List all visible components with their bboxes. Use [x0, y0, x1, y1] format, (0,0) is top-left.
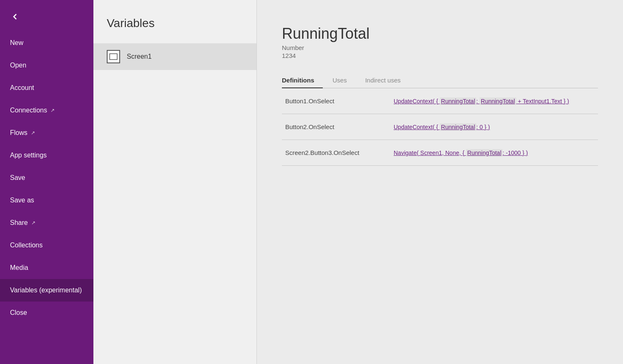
- sidebar: NewOpenAccountConnections↗Flows↗App sett…: [0, 0, 93, 364]
- variable-header: RunningTotal Number 1234: [282, 25, 598, 59]
- tab-uses[interactable]: Uses: [333, 72, 355, 88]
- sidebar-item-app-settings[interactable]: App settings: [0, 144, 93, 167]
- definition-row: Button1.OnSelectUpdateContext( { Running…: [282, 88, 598, 114]
- definition-formula[interactable]: UpdateContext( { RunningTotal: 0 } ): [394, 124, 595, 130]
- sidebar-item-open[interactable]: Open: [0, 54, 93, 77]
- definition-row: Screen2.Button3.OnSelectNavigate( Screen…: [282, 140, 598, 166]
- sidebar-item-close[interactable]: Close: [0, 302, 93, 324]
- definition-formula[interactable]: UpdateContext( { RunningTotal: RunningTo…: [394, 98, 595, 105]
- panel-header: Variables: [93, 0, 256, 40]
- main-content: RunningTotal Number 1234 DefinitionsUses…: [257, 0, 623, 364]
- definition-name: Button2.OnSelect: [285, 123, 377, 130]
- sidebar-item-save-as[interactable]: Save as: [0, 189, 93, 212]
- tabs: DefinitionsUsesIndirect uses: [282, 72, 598, 88]
- variable-value: 1234: [282, 52, 598, 59]
- sidebar-item-flows[interactable]: Flows↗: [0, 122, 93, 144]
- formula-highlight: RunningTotal: [466, 149, 503, 157]
- external-link-icon: ↗: [31, 220, 35, 226]
- back-icon: [10, 12, 20, 22]
- sidebar-item-media[interactable]: Media: [0, 257, 93, 279]
- screen-icon: [107, 50, 120, 63]
- sidebar-item-collections[interactable]: Collections: [0, 234, 93, 257]
- definition-row: Button2.OnSelectUpdateContext( { Running…: [282, 114, 598, 140]
- tab-indirect-uses[interactable]: Indirect uses: [365, 72, 409, 88]
- variable-name: RunningTotal: [282, 25, 598, 42]
- sidebar-item-share[interactable]: Share↗: [0, 212, 93, 234]
- sidebar-item-new[interactable]: New: [0, 32, 93, 54]
- formula-highlight: RunningTotal: [440, 123, 477, 131]
- sidebar-nav: NewOpenAccountConnections↗Flows↗App sett…: [0, 32, 93, 364]
- definition-name: Button1.OnSelect: [285, 97, 377, 105]
- variable-type: Number: [282, 44, 598, 51]
- external-link-icon: ↗: [50, 107, 55, 113]
- external-link-icon: ↗: [31, 130, 35, 136]
- svg-rect-0: [110, 54, 117, 60]
- variables-panel: Variables Screen1: [93, 0, 257, 364]
- screen-label: Screen1: [127, 53, 152, 60]
- definition-formula[interactable]: Navigate( Screen1, None, { RunningTotal:…: [394, 150, 595, 156]
- definition-name: Screen2.Button3.OnSelect: [285, 149, 377, 156]
- formula-highlight: RunningTotal: [440, 97, 477, 105]
- sidebar-item-save[interactable]: Save: [0, 167, 93, 189]
- panel-title: Variables: [107, 17, 243, 30]
- screen-item[interactable]: Screen1: [93, 43, 256, 70]
- sidebar-item-account[interactable]: Account: [0, 77, 93, 99]
- back-button[interactable]: [0, 0, 93, 32]
- sidebar-item-connections[interactable]: Connections↗: [0, 99, 93, 122]
- tab-definitions[interactable]: Definitions: [282, 72, 323, 88]
- definitions-table: Button1.OnSelectUpdateContext( { Running…: [282, 88, 598, 166]
- screen-list: Screen1: [93, 43, 256, 70]
- formula-highlight: RunningTotal: [480, 97, 516, 105]
- sidebar-item-variables[interactable]: Variables (experimental): [0, 279, 93, 302]
